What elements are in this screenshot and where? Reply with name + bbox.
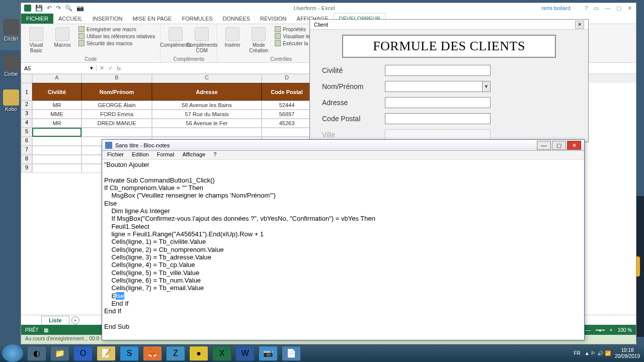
design-mode-button[interactable]: Mode Création [247, 25, 271, 55]
col-header[interactable]: B [82, 74, 152, 83]
notepad-title: Sans titre - Bloc-notes [115, 142, 170, 148]
userform-title: Client [314, 22, 328, 28]
taskbar-word-icon[interactable]: W [235, 346, 255, 361]
chevron-down-icon[interactable]: ▼ [482, 81, 490, 92]
taskbar-app-icon[interactable]: Z [166, 346, 185, 361]
table-header[interactable]: Code Postal [262, 83, 312, 101]
menu-format[interactable]: Format [154, 151, 178, 159]
table-header[interactable]: Nom/Prénom [82, 83, 152, 101]
zoom-slider[interactable]: ━●━ [596, 327, 605, 333]
maximize-icon[interactable]: ▢ [616, 5, 621, 12]
close-icon[interactable]: ✕ [575, 21, 584, 29]
tab-accueil[interactable]: ACCUEIL [53, 14, 88, 24]
close-icon[interactable]: ✕ [567, 141, 581, 150]
qat-redo-icon[interactable]: ↷ [56, 5, 61, 12]
desktop-icon[interactable]: Kobo [1, 89, 21, 112]
taskbar-excel-icon[interactable]: X [212, 346, 231, 361]
record-macro-button[interactable]: Enregistrer une macro [78, 26, 155, 32]
macros-button[interactable]: Macros [50, 25, 74, 50]
tray-lang[interactable]: FR [574, 350, 580, 356]
taskbar-app-icon[interactable]: ● [189, 346, 208, 361]
desktop-icon[interactable]: Corbe [1, 54, 21, 77]
maximize-icon[interactable]: ▢ [552, 141, 566, 150]
cell[interactable]: 56897 [262, 110, 312, 119]
com-addins-button[interactable]: Compléments COM [190, 25, 214, 55]
selected-cell[interactable] [32, 128, 82, 137]
tab-donnees[interactable]: DONNÉES [218, 14, 255, 24]
notepad-window: Sans titre - Bloc-notes — ▢ ✕ Fichier Ed… [102, 139, 585, 340]
tray-icons[interactable]: ▲ 🏳 🔊 📶 [585, 350, 611, 356]
table-header[interactable]: Civilité [32, 83, 82, 101]
record-icon[interactable]: ▦ [44, 327, 48, 333]
cell[interactable]: MME [32, 110, 82, 119]
tab-fichier[interactable]: FICHIER [21, 14, 53, 24]
tab-mise-en-page[interactable]: MISE EN PAGE [127, 14, 177, 24]
cell[interactable]: MR [32, 119, 82, 128]
codepostal-input[interactable] [385, 113, 491, 124]
taskbar-notepad-icon[interactable]: 📄 [282, 346, 301, 361]
name-box[interactable]: A5▾ [21, 65, 97, 71]
qat-preview-icon[interactable]: 🔍 [65, 5, 72, 12]
qat-save-icon[interactable]: 💾 [35, 5, 43, 12]
adresse-input[interactable] [385, 97, 491, 108]
ville-input[interactable] [385, 129, 491, 140]
desktop-icon[interactable]: Circlin [1, 19, 21, 42]
user-label[interactable]: remi boilard [541, 5, 580, 11]
col-header[interactable]: C [152, 74, 262, 83]
insert-control-button[interactable]: Insérer [220, 25, 245, 50]
qat-undo-icon[interactable]: ↶ [47, 5, 52, 12]
add-sheet-button[interactable]: + [71, 316, 79, 324]
cell[interactable]: 57 Rue du Marais [152, 110, 262, 119]
enter-icon[interactable]: ✓ [108, 65, 113, 71]
fx-icon[interactable]: fx [117, 65, 121, 71]
notepad-text-area[interactable]: "Bouton Ajouter Private Sub CommandButto… [102, 160, 584, 339]
minimize-icon[interactable]: — [605, 5, 610, 12]
taskbar-notes-icon[interactable]: 📝 [97, 346, 116, 361]
taskbar-hp-icon[interactable]: ◐ [27, 346, 46, 361]
ribbon-toggle-icon[interactable]: ▭ [594, 5, 599, 12]
taskbar-camera-icon[interactable]: 📷 [259, 346, 278, 361]
cell[interactable]: DREDI MANUE [82, 119, 152, 128]
visual-basic-button[interactable]: Visual Basic [24, 25, 48, 55]
menu-affichage[interactable]: Affichage [180, 151, 209, 159]
taskbar-explorer-icon[interactable]: 📁 [50, 346, 69, 361]
help-icon[interactable]: ? [585, 5, 588, 12]
sheet-tab[interactable]: Liste [41, 316, 69, 324]
taskbar-outlook-icon[interactable]: O [73, 346, 93, 361]
taskbar-firefox-icon[interactable]: 🦊 [143, 346, 162, 361]
cell[interactable]: FORD Emma [82, 110, 152, 119]
menu-edition[interactable]: Edition [129, 151, 152, 159]
nomprenom-combo[interactable]: ▼ [385, 81, 491, 92]
qat-camera-icon[interactable]: 📷 [76, 5, 84, 12]
col-header[interactable]: A [32, 74, 82, 83]
menu-help[interactable]: ? [210, 151, 219, 159]
start-button[interactable] [2, 344, 23, 362]
cell[interactable]: 56 Avenue le Fer [152, 119, 262, 128]
addins-button[interactable]: Compléments [164, 25, 188, 50]
label-nomprenom: Nom/Prénom [322, 82, 385, 90]
cell[interactable]: 58 Avenue les Bains [152, 101, 262, 110]
macro-security-button[interactable]: Sécurité des macros [78, 40, 155, 46]
relative-refs-button[interactable]: Utiliser les références relatives [78, 33, 155, 39]
cell[interactable]: 52444 [262, 101, 312, 110]
chevron-down-icon[interactable]: ▾ [90, 65, 93, 71]
cell[interactable]: GEORGE Alain [82, 101, 152, 110]
tab-revision[interactable]: RÉVISION [255, 14, 292, 24]
cancel-icon[interactable]: ✕ [100, 65, 104, 71]
civilite-input[interactable] [385, 65, 491, 76]
col-header[interactable]: D [262, 74, 312, 83]
tab-formules[interactable]: FORMULES [177, 14, 217, 24]
cell[interactable]: 45263 [262, 119, 312, 128]
table-header[interactable]: Adresse [152, 83, 262, 101]
menu-fichier[interactable]: Fichier [104, 151, 127, 159]
text-selection: lse [116, 292, 124, 300]
close-icon[interactable]: ✕ [627, 5, 632, 12]
minimize-icon[interactable]: — [537, 141, 551, 150]
window-title: Userform - Excel [87, 5, 541, 11]
label-adresse: Adresse [322, 99, 385, 107]
taskbar-skype-icon[interactable]: S [120, 346, 139, 361]
cell[interactable]: MR [32, 101, 82, 110]
zoom-level[interactable]: 100 % [618, 327, 632, 333]
tray-clock[interactable]: 10:1820/09/2019 [615, 347, 640, 359]
tab-insertion[interactable]: INSERTION [88, 14, 128, 24]
